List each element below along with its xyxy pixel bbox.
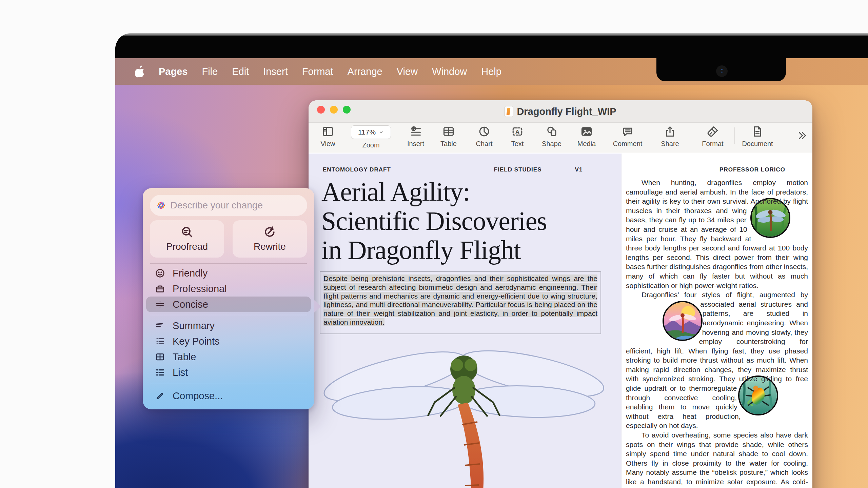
bullet-list-icon [155,336,165,346]
view-button[interactable]: View [309,125,347,148]
menu-item-help[interactable]: Help [481,66,501,77]
insert-button[interactable]: Insert [397,125,434,148]
toolbar-divider [734,127,735,144]
paragraph-1[interactable]: When hunting, dragonflies employ motion … [626,178,808,290]
right-page: PROFESSOR LORICO When hunting, dragonfli… [621,154,812,488]
menu-item-arrange[interactable]: Arrange [348,66,382,77]
more-toolbar-button[interactable] [783,129,821,142]
document-button[interactable]: Document [739,125,776,148]
screen-top-edge [115,33,868,36]
media-button[interactable]: Media [568,125,605,148]
text-button[interactable]: A Text [499,125,536,148]
document-headline[interactable]: Aerial Agility: Scientific Discoveries i… [321,177,613,265]
tone-friendly[interactable]: Friendly [146,265,311,281]
inline-image-sunset-dragonfly[interactable] [663,301,703,341]
tone-concise-selected[interactable]: Concise [146,297,311,312]
rewrite-icon [263,226,276,238]
menu-item-pages[interactable]: Pages [159,66,188,77]
kicker-entomology-draft: ENTOMOLOGY DRAFT [323,166,391,173]
menu-item-insert[interactable]: Insert [263,66,288,77]
macbook-screen: Pages File Edit Insert Format Arrange Vi… [115,33,868,488]
menu-item-view[interactable]: View [397,66,418,77]
menu-item-file[interactable]: File [202,66,218,77]
kicker-version: V1 [575,166,583,173]
apple-intelligence-icon [156,200,166,211]
share-button[interactable]: Share [651,125,689,148]
pages-window: Dragonfly Flight_WIP View 117% Zoom Inse… [309,100,812,488]
summary-icon [155,321,165,331]
proofread-button[interactable]: Proofread [150,220,224,258]
popover-divider [150,315,307,315]
action-list[interactable]: List [146,365,311,380]
popover-divider [150,383,307,383]
menu-item-window[interactable]: Window [432,66,467,77]
body-text-column: When hunting, dragonflies employ motion … [626,178,808,488]
smiley-icon [155,268,165,278]
describe-change-input[interactable] [171,200,301,211]
table-button[interactable]: Table [430,125,467,148]
chart-button[interactable]: Chart [466,125,503,148]
action-summary[interactable]: Summary [146,318,311,333]
pencil-icon [155,391,165,401]
chevron-down-icon [379,130,384,135]
svg-text:A: A [515,128,519,135]
shape-button[interactable]: Shape [533,125,570,148]
window-title: Dragonfly Flight_WIP [309,100,812,123]
format-button[interactable]: Format [694,125,731,148]
action-key-points[interactable]: Key Points [146,333,311,349]
selected-text-box[interactable]: Despite being prehistoric insects, drago… [320,271,601,334]
tone-professional[interactable]: Professional [146,281,311,297]
list-icon [155,367,165,378]
writing-tools-popover: Proofread Rewrite Friendly Professional … [143,188,314,409]
document-icon [505,106,513,117]
paragraph-2[interactable]: Dragonflies’ four styles of flight, augm… [626,290,808,430]
kicker-professor-lorico: PROFESSOR LORICO [719,166,785,173]
menu-item-edit[interactable]: Edit [232,66,249,77]
comment-button[interactable]: Comment [609,125,646,148]
action-compose[interactable]: Compose... [146,388,311,404]
popover-divider [150,263,307,264]
rewrite-button[interactable]: Rewrite [233,220,307,258]
action-table[interactable]: Table [146,349,311,365]
table-icon [155,352,165,362]
dragonfly-illustration[interactable] [309,337,621,488]
popover-arrow [314,300,321,313]
zoom-control[interactable]: 117% Zoom [351,125,391,149]
camera-icon [716,65,728,77]
apple-menu-icon[interactable] [135,65,145,78]
proofread-icon [181,226,193,238]
kicker-field-studies: FIELD STUDIES [494,166,542,173]
document-canvas: ENTOMOLOGY DRAFT FIELD STUDIES V1 Aerial… [309,154,812,488]
menu-item-format[interactable]: Format [302,66,333,77]
describe-change-field[interactable] [150,195,307,216]
window-titlebar: Dragonfly Flight_WIP [309,100,812,123]
briefcase-icon [155,284,165,294]
double-chevron-right-icon [796,129,808,142]
camera-notch [656,36,786,81]
toolbar: View 117% Zoom Insert Table Chart A Text… [309,123,812,153]
left-page: ENTOMOLOGY DRAFT FIELD STUDIES V1 Aerial… [309,154,621,488]
selected-paragraph[interactable]: Despite being prehistoric insects, drago… [323,274,597,326]
paragraph-3[interactable]: To avoid overheating, some species also … [626,430,808,488]
concise-icon [155,299,165,309]
